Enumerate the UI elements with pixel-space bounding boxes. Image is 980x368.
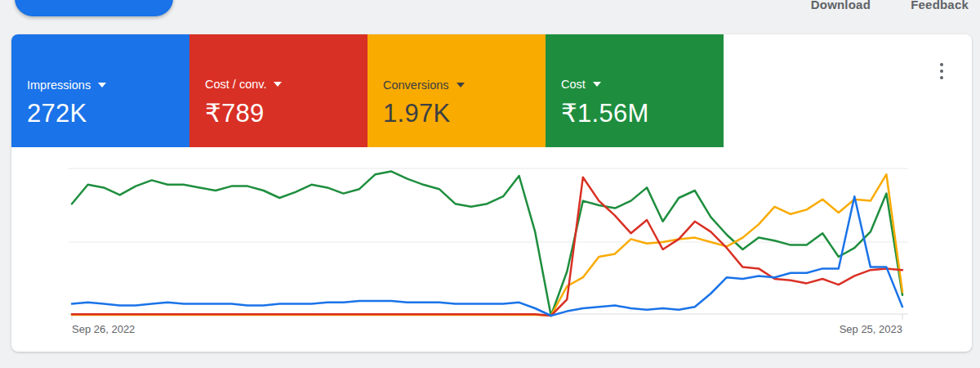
- metric-card-label: Conversions: [383, 79, 449, 92]
- feedback-button[interactable]: Feedback: [911, 0, 969, 11]
- metric-card-impressions[interactable]: Impressions 272K: [11, 34, 189, 147]
- series-line-conversions: [72, 174, 902, 316]
- x-axis-start-date: Sep 26, 2022: [72, 323, 135, 335]
- metric-cards: Impressions 272K Cost / conv. ₹789 Conve…: [11, 34, 724, 147]
- chevron-down-icon: [593, 82, 601, 87]
- top-bar: Download Feedback: [0, 0, 980, 33]
- metric-card-label: Impressions: [27, 79, 91, 92]
- chart-series-group: [72, 172, 902, 316]
- metric-card-value: ₹1.56M: [561, 98, 724, 128]
- primary-pill-button[interactable]: [15, 0, 173, 16]
- metric-card-value: 1.97K: [383, 99, 546, 128]
- series-line-cost: [72, 172, 902, 316]
- metric-card-cost[interactable]: Cost ₹1.56M: [546, 34, 724, 147]
- metric-card-value: ₹789: [205, 98, 368, 128]
- metric-card-label: Cost: [561, 78, 586, 91]
- chevron-down-icon: [98, 83, 106, 88]
- chevron-down-icon: [274, 82, 282, 87]
- metric-card-label: Cost / conv.: [205, 78, 266, 91]
- metric-card-value: 272K: [27, 99, 189, 128]
- x-axis-end-date: Sep 25, 2023: [840, 323, 902, 335]
- metric-card-cost-per-conv[interactable]: Cost / conv. ₹789: [189, 34, 368, 147]
- kebab-menu-icon[interactable]: [933, 56, 951, 87]
- series-line-cost_per_conv: [72, 177, 902, 316]
- chevron-down-icon: [457, 83, 465, 88]
- series-line-impressions: [72, 196, 902, 316]
- performance-chart-panel: Impressions 272K Cost / conv. ₹789 Conve…: [11, 34, 972, 352]
- download-button[interactable]: Download: [811, 0, 871, 11]
- metric-card-conversions[interactable]: Conversions 1.97K: [368, 34, 546, 147]
